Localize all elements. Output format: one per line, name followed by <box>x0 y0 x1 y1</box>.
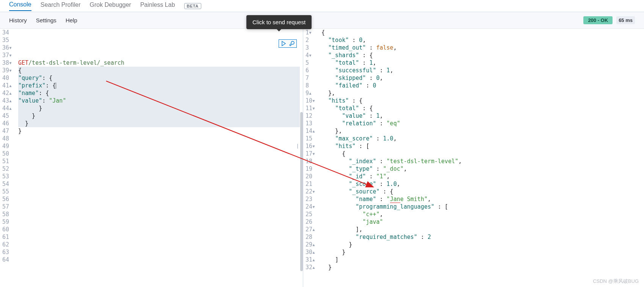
watermark: CSDN @乘风破BUG <box>593 278 639 285</box>
send-request-tooltip: Click to send request <box>246 15 312 29</box>
request-gutter: 343536 ▾37 ▾38 ▾39 ▾4041 ▴42 ▴43 ▴44 ▴45… <box>0 29 18 287</box>
editor-split: 343536 ▾37 ▾38 ▾39 ▾4041 ▴42 ▴43 ▴44 ▴45… <box>0 29 644 287</box>
request-code[interactable]: GET /test-dsl-term-level/_search{ "query… <box>18 29 303 287</box>
tab-painless-lab[interactable]: Painless Lab <box>140 2 175 11</box>
response-gutter: 1 ▾234 ▾56789 ▴10 ▾11 ▾121314 ▴1516 ▾17 … <box>303 29 321 287</box>
request-options-button[interactable] <box>289 41 295 47</box>
help-link[interactable]: Help <box>66 17 77 23</box>
request-scrollbar[interactable] <box>300 112 303 271</box>
response-viewer[interactable]: 1 ▾234 ▾56789 ▴10 ▾11 ▾121314 ▴1516 ▾17 … <box>303 29 644 287</box>
history-link[interactable]: History <box>9 17 27 23</box>
request-editor[interactable]: 343536 ▾37 ▾38 ▾39 ▾4041 ▴42 ▴43 ▴44 ▴45… <box>0 29 303 287</box>
status-badge: 200 - OK <box>583 16 613 24</box>
beta-badge: BETA <box>184 3 201 9</box>
play-icon <box>280 41 287 47</box>
dev-tools-tabs: Console Search Profiler Grok Debugger Pa… <box>0 0 644 12</box>
response-code[interactable]: { "took" : 0, "timed_out" : false, "_sha… <box>321 29 644 287</box>
console-subbar: History Settings Help 200 - OK 65 ms <box>0 12 644 29</box>
tab-grok-debugger[interactable]: Grok Debugger <box>90 2 131 11</box>
request-actions <box>279 39 297 48</box>
timing-label: 65 ms <box>616 16 635 24</box>
tab-console[interactable]: Console <box>9 1 31 11</box>
send-request-button[interactable] <box>280 41 287 47</box>
settings-link[interactable]: Settings <box>36 17 56 23</box>
tab-search-profiler[interactable]: Search Profiler <box>41 2 81 11</box>
wrench-icon <box>289 41 295 47</box>
